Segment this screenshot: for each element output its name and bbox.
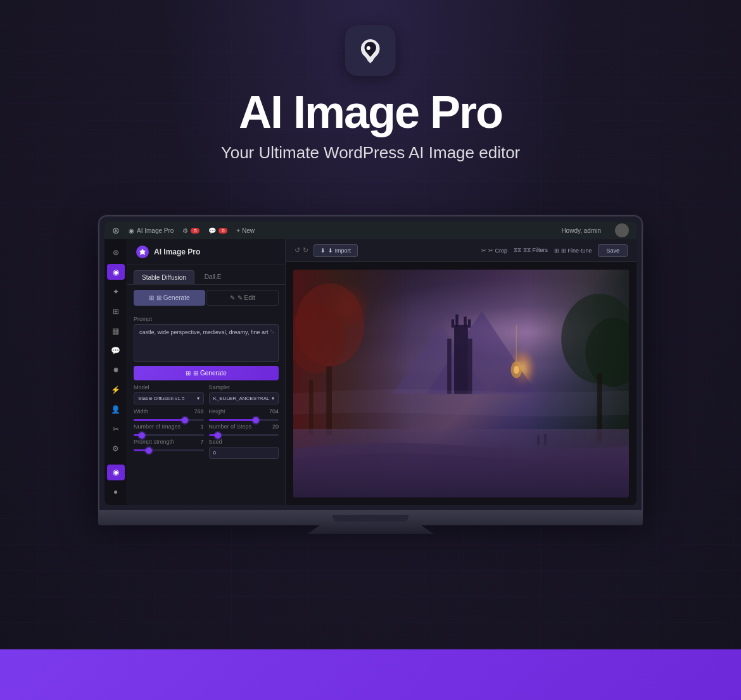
action-button-bar: ⊞ ⊞ Generate ✎ ✎ Edit [134, 290, 279, 306]
expand-icon: ⤡ [270, 328, 275, 336]
toolbar-right-group: ✂ ✂ Crop ⧖⧖ ⧖⧖ Filters ⊞ ⊞ Fine-tune [481, 244, 628, 257]
svg-rect-4 [452, 320, 454, 328]
generate-mode-button[interactable]: ⊞ ⊞ Generate [134, 290, 205, 306]
svg-rect-5 [455, 315, 458, 327]
app-icon-small: ◉ [129, 227, 134, 234]
hero-section: AI Image Pro Your Ultimate WordPress AI … [221, 25, 521, 163]
sidebar-icon-plugins[interactable]: ⚡ [107, 382, 125, 398]
sidebar-icon-users[interactable]: ⊞ [107, 303, 125, 319]
finetune-button[interactable]: ⊞ ⊞ Fine-tune [554, 247, 592, 254]
sidebar-icon-settings[interactable]: ⚙ [107, 441, 125, 457]
model-field-group: Model Stable Diffusion v1.5 ▾ [134, 384, 204, 404]
app-main-content: ⊛ ◉ ✦ ⊞ ▦ 💬 ✸ ⚡ 👤 ✂ ⚙ ◉ ● [104, 239, 636, 505]
panel-logo-svg [139, 248, 146, 256]
prompt-strength-label: Prompt strength [134, 439, 174, 445]
scene-water [293, 429, 629, 497]
sidebar-icon-collapse[interactable]: ● [107, 484, 125, 500]
admin-bar-left: ⊛ ◉ AI Image Pro ⚙ 5 💬 0 + New [112, 225, 551, 235]
generate-button-label: ⊞ Generate [193, 370, 226, 377]
admin-bar-updates[interactable]: ⚙ 5 [182, 227, 200, 234]
import-button[interactable]: ⬇ ⬇ Import [314, 244, 358, 257]
svg-rect-7 [468, 320, 471, 328]
prompt-strength-slider-track[interactable] [134, 449, 204, 451]
admin-bar-site-name[interactable]: ◉ AI Image Pro [129, 227, 174, 234]
model-select[interactable]: Stable Diffusion v1.5 ▾ [134, 392, 204, 404]
prompt-textarea[interactable]: castle, wide perspective, medieval, drea… [134, 324, 279, 362]
sidebar-icon-home[interactable]: ◉ [107, 264, 125, 280]
sampler-label: Sampler [209, 384, 279, 391]
sidebar-icon-edit[interactable]: ✦ [107, 284, 125, 299]
edit-icon: ✎ [230, 294, 235, 301]
panel-title: AI Image Pro [154, 247, 200, 256]
finetune-label: ⊞ Fine-tune [561, 247, 592, 254]
crop-button[interactable]: ✂ ✂ Crop [481, 247, 507, 254]
prompt-strength-value: 7 [200, 439, 203, 447]
svg-rect-1 [447, 339, 452, 394]
height-slider-fill [209, 419, 256, 421]
sidebar-icon-tools[interactable]: ✂ [107, 422, 125, 437]
width-slider-fill [134, 419, 185, 421]
generate-main-button[interactable]: ⊞ ⊞ Generate [134, 366, 279, 380]
sidebar-icon-media[interactable]: ▦ [107, 323, 125, 339]
height-slider-thumb[interactable] [253, 417, 259, 423]
svg-rect-15 [326, 366, 332, 435]
admin-bar-new[interactable]: + New [236, 227, 255, 234]
filters-button[interactable]: ⧖⧖ ⧖⧖ Filters [514, 247, 548, 254]
num-images-slider-thumb[interactable] [139, 432, 145, 439]
sampler-select[interactable]: K_EULER_ANCESTRAL ▾ [209, 392, 279, 404]
prompt-strength-slider-thumb[interactable] [146, 447, 152, 454]
panel-header: AI Image Pro [127, 239, 285, 265]
width-slider-track[interactable] [134, 419, 204, 421]
svg-rect-6 [464, 316, 466, 327]
num-steps-slider-thumb[interactable] [215, 432, 221, 439]
app-logo-icon [345, 25, 396, 76]
seed-label: Seed [209, 439, 279, 445]
num-steps-slider-track[interactable] [209, 434, 279, 436]
sidebar-icon-ai-image-pro[interactable]: ◉ [107, 465, 125, 480]
tab-stable-diffusion[interactable]: Stable Diffusion [134, 270, 194, 284]
width-slider-thumb[interactable] [182, 417, 188, 423]
laptop-mockup: ⊛ ◉ AI Image Pro ⚙ 5 💬 0 + New Howdy, ad… [98, 215, 643, 525]
save-button[interactable]: Save [598, 244, 628, 257]
canvas-area: ↺ ↻ ⬇ ⬇ Import ✂ ✂ Crop [286, 239, 636, 505]
num-images-value: 1 [200, 423, 203, 432]
sidebar-icon-wp[interactable]: ⊛ [107, 244, 125, 260]
width-value: 768 [194, 408, 203, 416]
sidebar-icon-comments[interactable]: 💬 [107, 342, 125, 358]
num-steps-value: 20 [272, 423, 279, 432]
num-images-label: Number of Images [134, 423, 180, 430]
prompt-strength-slider-group: Prompt strength 7 [134, 439, 204, 459]
model-value: Stable Diffusion v1.5 [138, 396, 184, 401]
strength-seed-row: Prompt strength 7 Seed [134, 439, 279, 459]
wp-admin-bar: ⊛ ◉ AI Image Pro ⚙ 5 💬 0 + New Howdy, ad… [104, 222, 636, 239]
num-images-slider-track[interactable] [134, 434, 204, 436]
wp-sidebar: ⊛ ◉ ✦ ⊞ ▦ 💬 ✸ ⚡ 👤 ✂ ⚙ ◉ ● [104, 239, 127, 505]
height-slider-track[interactable] [209, 419, 279, 421]
images-steps-row: Number of Images 1 Number of [134, 423, 279, 439]
import-label: ⬇ Import [328, 247, 351, 254]
laptop-screen: ⊛ ◉ AI Image Pro ⚙ 5 💬 0 + New Howdy, ad… [104, 222, 636, 505]
seed-input[interactable]: 0 [209, 447, 279, 459]
tab-dall-e[interactable]: Dall.E [197, 270, 229, 284]
num-images-slider-group: Number of Images 1 [134, 423, 204, 439]
undo-icon[interactable]: ↺ [294, 246, 300, 254]
generate-icon: ⊞ [149, 294, 154, 301]
width-label: Width [134, 408, 148, 415]
seed-field-group: Seed 0 [209, 439, 279, 459]
prompt-label: Prompt [134, 316, 279, 322]
redo-icon[interactable]: ↻ [303, 246, 308, 254]
admin-bar-comments[interactable]: 💬 0 [208, 227, 227, 234]
sidebar-icon-users2[interactable]: 👤 [107, 402, 125, 418]
finetune-icon: ⊞ [554, 247, 559, 254]
svg-point-10 [514, 366, 519, 374]
dimension-sliders-row: Width 768 Height [134, 408, 279, 423]
model-tab-bar: Stable Diffusion Dall.E [127, 265, 285, 285]
sampler-value: K_EULER_ANCESTRAL [213, 396, 270, 401]
laptop-stand [307, 525, 434, 534]
filters-icon: ⧖⧖ [514, 247, 521, 254]
generate-button-icon: ⊞ [186, 370, 191, 377]
prompt-value: castle, wide perspective, medieval, drea… [139, 329, 268, 335]
canvas-toolbar: ↺ ↻ ⬇ ⬇ Import ✂ ✂ Crop [286, 239, 636, 262]
sidebar-icon-appearance[interactable]: ✸ [107, 362, 125, 378]
edit-mode-button[interactable]: ✎ ✎ Edit [206, 290, 279, 306]
